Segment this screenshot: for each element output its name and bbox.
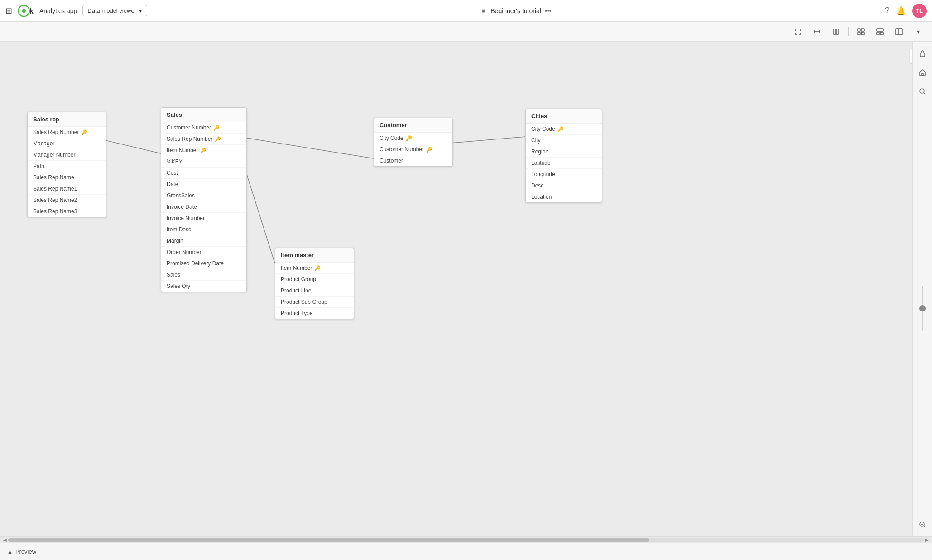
preview-label: Preview: [15, 548, 36, 555]
table-row[interactable]: Customer Number 🔑: [374, 144, 452, 155]
table-row[interactable]: Manager: [28, 138, 106, 149]
scroll-left-btn[interactable]: ◀: [2, 537, 8, 542]
dropdown-arrow-icon: ▾: [139, 7, 142, 14]
table-header-sales-rep: Sales rep: [28, 112, 106, 127]
table-row[interactable]: Product Sub Group: [275, 297, 354, 308]
canvas-area: 🔍 Sales rep Sales Rep Number 🔑 Manager M…: [0, 42, 932, 536]
notification-bell-icon[interactable]: 🔔: [896, 6, 906, 16]
zoom-in-icon[interactable]: [915, 84, 930, 99]
table-row[interactable]: Promised Delivery Date: [161, 258, 246, 269]
table-row[interactable]: Product Line: [275, 285, 354, 297]
toolbar-divider: [848, 27, 849, 36]
table-row[interactable]: %KEY: [161, 156, 246, 168]
table-row[interactable]: Invoice Date: [161, 201, 246, 213]
logo: k: [18, 5, 34, 17]
key-icon: 🔑: [200, 148, 207, 153]
user-avatar[interactable]: TL: [912, 4, 927, 18]
table-row[interactable]: Order Number: [161, 247, 246, 258]
table-row[interactable]: Sales: [161, 269, 246, 281]
zoom-slider[interactable]: [922, 103, 923, 513]
layout-icon-2[interactable]: [873, 25, 887, 38]
svg-point-1: [22, 9, 26, 13]
fit-width-icon[interactable]: [810, 25, 824, 38]
svg-rect-10: [861, 32, 864, 35]
table-row[interactable]: Sales Rep Name1: [28, 183, 106, 195]
table-row[interactable]: City Code 🔑: [374, 133, 452, 144]
table-row[interactable]: Date: [161, 179, 246, 190]
table-row[interactable]: Sales Rep Name3: [28, 206, 106, 217]
key-icon: 🔑: [406, 135, 412, 141]
qlik-logo-svg: k: [18, 5, 34, 17]
lock-icon[interactable]: [915, 46, 930, 61]
fit-to-selection-icon[interactable]: [791, 25, 805, 38]
dropdown-icon[interactable]: ▾: [911, 25, 925, 38]
svg-line-23: [924, 93, 925, 94]
table-card-item-master: Item master Item Number 🔑 Product Group …: [275, 248, 354, 319]
key-icon: 🔑: [215, 136, 221, 142]
key-icon: 🔑: [426, 147, 432, 153]
table-row[interactable]: Customer Number 🔑: [161, 122, 246, 134]
table-row[interactable]: Sales Rep Number 🔑: [28, 127, 106, 138]
svg-line-27: [924, 526, 925, 527]
svg-line-16: [100, 139, 161, 153]
horizontal-scrollbar[interactable]: ◀ ▶: [0, 536, 932, 543]
layout-icon-3[interactable]: [892, 25, 906, 38]
table-row[interactable]: Margin: [161, 235, 246, 247]
data-model-viewer-dropdown[interactable]: Data model viewer ▾: [82, 5, 147, 16]
svg-rect-9: [858, 32, 860, 35]
table-row[interactable]: Invoice Number: [161, 213, 246, 224]
table-row[interactable]: City: [526, 135, 602, 146]
table-row[interactable]: Latitude: [526, 158, 602, 169]
table-row[interactable]: Cost: [161, 168, 246, 179]
toolbar: ▾: [0, 22, 932, 42]
grid-menu-icon[interactable]: ⊞: [5, 6, 12, 16]
table-row[interactable]: Location: [526, 191, 602, 202]
zoom-out-icon[interactable]: [915, 517, 930, 532]
table-row[interactable]: Item Number 🔑: [161, 145, 246, 156]
table-row[interactable]: Sales Rep Name2: [28, 195, 106, 206]
table-header-item-master: Item master: [275, 248, 354, 263]
table-row[interactable]: Sales Qty: [161, 281, 246, 292]
scrollbar-track[interactable]: [8, 538, 924, 542]
table-row[interactable]: Longitude: [526, 169, 602, 180]
svg-rect-13: [880, 32, 883, 35]
fit-all-icon[interactable]: [829, 25, 843, 38]
preview-bar[interactable]: ▲ Preview: [0, 543, 932, 560]
layout-icon-1[interactable]: [854, 25, 868, 38]
table-row[interactable]: Path: [28, 161, 106, 172]
center-area: 🖥 Beginner's tutorial •••: [153, 7, 879, 14]
more-options-icon[interactable]: •••: [545, 7, 552, 14]
table-row[interactable]: Product Type: [275, 308, 354, 319]
table-row[interactable]: Customer: [374, 155, 452, 166]
svg-rect-4: [833, 29, 839, 34]
dropdown-label: Data model viewer: [87, 7, 136, 14]
help-icon[interactable]: ?: [885, 6, 889, 15]
table-row[interactable]: City Code 🔑: [526, 124, 602, 135]
table-row[interactable]: Sales Rep Number 🔑: [161, 134, 246, 145]
connections-svg: [0, 42, 932, 536]
zoom-thumb[interactable]: [919, 305, 926, 311]
table-card-sales: Sales Customer Number 🔑 Sales Rep Number…: [161, 107, 247, 292]
key-icon: 🔑: [314, 265, 321, 271]
table-row[interactable]: Item Desc: [161, 224, 246, 235]
svg-line-17: [245, 138, 374, 158]
scroll-right-btn[interactable]: ▶: [924, 537, 930, 542]
table-row[interactable]: GrossSales: [161, 190, 246, 201]
svg-rect-8: [861, 29, 864, 31]
table-row[interactable]: Sales Rep Name: [28, 172, 106, 183]
svg-text:k: k: [29, 7, 34, 15]
top-nav: ⊞ k Analytics app Data model viewer ▾ 🖥 …: [0, 0, 932, 22]
scrollbar-thumb[interactable]: [8, 538, 649, 542]
home-icon[interactable]: [915, 65, 930, 80]
svg-rect-12: [877, 32, 879, 35]
table-row[interactable]: Product Group: [275, 274, 354, 285]
topnav-right-actions: ? 🔔 TL: [885, 4, 927, 18]
table-row[interactable]: Desc: [526, 180, 602, 191]
table-row[interactable]: Manager Number: [28, 149, 106, 161]
tutorial-label: Beginner's tutorial: [490, 7, 541, 14]
right-sidebar: [912, 42, 932, 536]
table-card-sales-rep: Sales rep Sales Rep Number 🔑 Manager Man…: [27, 112, 106, 217]
tutorial-icon: 🖥: [480, 7, 487, 14]
table-row[interactable]: Region: [526, 146, 602, 158]
table-row[interactable]: Item Number 🔑: [275, 263, 354, 274]
